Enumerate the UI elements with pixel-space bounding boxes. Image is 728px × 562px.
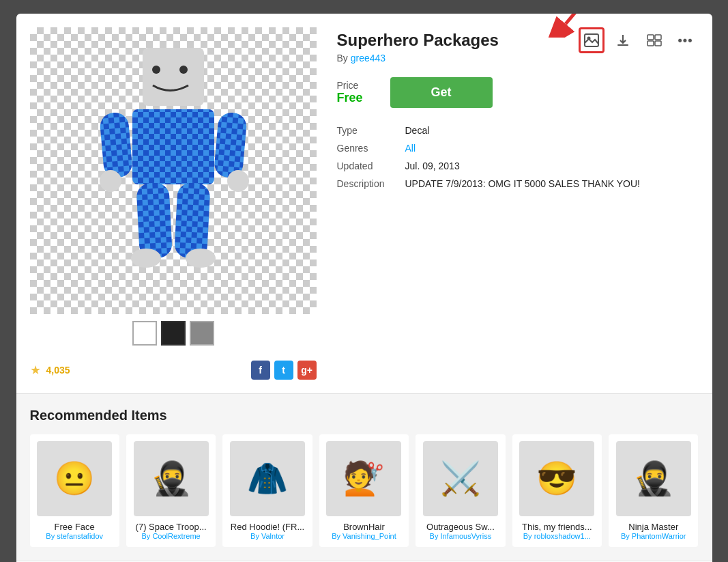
description-value: UPDATE 7/9/2013: OMG IT 5000 SALES THANK…	[405, 178, 640, 189]
image-toolbar-button[interactable]	[579, 27, 605, 53]
svg-rect-6	[132, 109, 214, 184]
details-table: Type Decal Genres All Updated Jul. 09, 2…	[337, 122, 699, 193]
recommended-section: Recommended Items 😐 Free Face By stefans…	[16, 394, 712, 561]
price-section: Price Free	[337, 80, 363, 105]
item-image: 🥷	[616, 441, 691, 516]
item-name: Ninja Master	[615, 522, 691, 532]
type-row: Type Decal	[337, 122, 699, 139]
googleplus-icon[interactable]: g+	[297, 361, 317, 380]
svg-rect-22	[647, 41, 654, 46]
product-section: ★ 4,035 f t g+	[16, 14, 712, 393]
product-creator: By gree443	[337, 53, 699, 64]
svg-point-1	[152, 66, 160, 74]
recommended-item[interactable]: 🥷 Ninja Master By PhantomWarrior	[609, 434, 698, 547]
item-image: 💇	[326, 441, 401, 516]
item-creator[interactable]: By PhantomWarrior	[615, 532, 691, 540]
recommended-item[interactable]: 🧥 Red Hoodie! (FR... By Valntor	[222, 434, 312, 547]
recommended-item[interactable]: 🥷 (7) Space Troop... By CoolRextreme	[126, 434, 216, 547]
thumbnails-row	[30, 321, 317, 346]
type-label: Type	[337, 125, 405, 136]
recommended-item[interactable]: 😎 This, my friends... By robloxshadow1..…	[512, 434, 602, 547]
price-value: Free	[337, 91, 363, 105]
rating-count: 4,035	[46, 365, 70, 376]
item-name: Free Face	[37, 522, 113, 532]
svg-rect-0	[143, 48, 204, 106]
item-creator[interactable]: By InfamousVyriss	[422, 532, 498, 540]
price-get-row: Price Free Get	[337, 77, 699, 108]
main-card: ★ 4,035 f t g+	[16, 14, 712, 562]
item-creator[interactable]: By stefanstafidov	[37, 532, 113, 540]
items-grid: 😐 Free Face By stefanstafidov 🥷 (7) Spac…	[30, 434, 699, 547]
download-toolbar-button[interactable]	[610, 27, 636, 53]
image-icon	[584, 33, 599, 47]
updated-value: Jul. 09, 2013	[405, 160, 460, 171]
image-container: ★ 4,035 f t g+	[30, 27, 317, 380]
svg-rect-12	[173, 182, 210, 259]
genres-row: Genres All	[337, 139, 699, 157]
rating-row: ★ 4,035	[30, 363, 70, 378]
item-name: Red Hoodie! (FR...	[229, 522, 305, 532]
updated-row: Updated Jul. 09, 2013	[337, 157, 699, 175]
type-value: Decal	[405, 125, 430, 136]
item-name: This, my friends...	[519, 522, 595, 532]
thumb-white[interactable]	[132, 321, 157, 346]
recommended-item[interactable]: ⚔️ Outrageous Sw... By InfamousVyriss	[416, 434, 505, 547]
item-creator[interactable]: By robloxshadow1...	[519, 532, 595, 540]
thumb-gray[interactable]	[190, 321, 214, 346]
genres-value[interactable]: All	[405, 143, 416, 154]
facebook-icon[interactable]: f	[251, 361, 270, 380]
recommended-item[interactable]: 😐 Free Face By stefanstafidov	[30, 434, 119, 547]
item-image: 😐	[37, 441, 112, 516]
svg-rect-8	[213, 111, 247, 178]
svg-rect-11	[136, 182, 173, 259]
updated-label: Updated	[337, 160, 405, 171]
item-creator[interactable]: By Vanishing_Point	[326, 532, 402, 540]
product-info: ••• Superhero Packages By gree443 Price …	[337, 27, 699, 380]
configure-toolbar-button[interactable]	[641, 27, 667, 53]
item-creator[interactable]: By CoolRextreme	[133, 532, 209, 540]
star-icon: ★	[30, 363, 41, 378]
item-creator[interactable]: By Valntor	[229, 532, 305, 540]
svg-rect-20	[647, 35, 654, 40]
download-icon	[616, 33, 630, 47]
svg-rect-21	[655, 35, 661, 40]
svg-rect-23	[655, 41, 661, 46]
svg-rect-19	[617, 44, 628, 46]
genres-label: Genres	[337, 143, 405, 154]
svg-point-10	[227, 170, 249, 192]
recommended-title: Recommended Items	[30, 408, 699, 423]
svg-point-9	[100, 170, 121, 192]
svg-point-2	[179, 66, 188, 74]
svg-point-14	[186, 249, 216, 268]
description-label: Description	[337, 178, 405, 189]
item-image: 🥷	[134, 441, 209, 516]
thumb-black[interactable]	[161, 321, 186, 346]
price-label: Price	[337, 80, 359, 91]
toolbar: •••	[579, 27, 699, 53]
description-row: Description UPDATE 7/9/2013: OMG IT 5000…	[337, 175, 699, 193]
item-image: 😎	[519, 441, 594, 516]
recommended-item[interactable]: 💇 BrownHair By Vanishing_Point	[319, 434, 409, 547]
item-name: Outrageous Sw...	[422, 522, 498, 532]
svg-line-18	[566, 14, 594, 24]
svg-rect-7	[99, 111, 133, 178]
creator-link[interactable]: gree443	[351, 53, 385, 64]
item-name: (7) Space Troop...	[133, 522, 209, 532]
item-name: BrownHair	[326, 522, 402, 532]
configure-icon	[647, 34, 662, 46]
svg-point-13	[131, 249, 161, 268]
item-image: 🧥	[230, 441, 305, 516]
character-svg	[78, 41, 269, 300]
get-button[interactable]: Get	[390, 77, 493, 108]
twitter-icon[interactable]: t	[274, 361, 293, 380]
social-icons: f t g+	[251, 361, 317, 380]
item-image: ⚔️	[423, 441, 498, 516]
more-options-button[interactable]: •••	[673, 27, 699, 53]
product-image-bg	[30, 27, 317, 314]
